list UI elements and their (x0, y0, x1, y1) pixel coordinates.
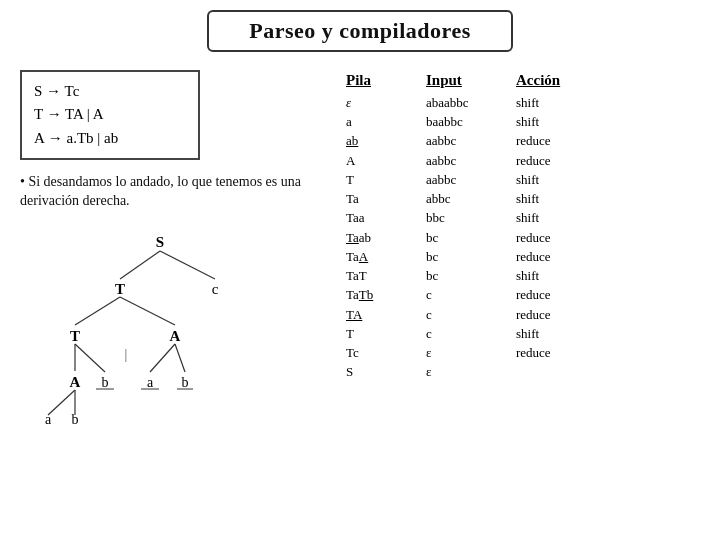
bullet-text: • Si desandamos lo andado, lo que tenemo… (20, 172, 330, 211)
cell: abbc (420, 189, 510, 208)
cell: T (340, 324, 420, 343)
cell: shift (510, 93, 600, 112)
col-accion: Acción shift shift reduce reduce shift s… (510, 70, 600, 530)
page-title: Parseo y compiladores (207, 10, 513, 52)
header-pila: Pila (340, 70, 420, 91)
cell: reduce (510, 131, 600, 150)
cell: shift (510, 112, 600, 131)
cell: bc (420, 266, 510, 285)
grammar-line-2: T → TA | A (34, 103, 186, 126)
svg-text:b: b (182, 375, 189, 390)
svg-line-5 (75, 297, 120, 325)
svg-text:|: | (125, 347, 128, 362)
cell: reduce (510, 247, 600, 266)
grammar-text-2: T → TA | A (34, 103, 104, 126)
grammar-box: S → Tc T → TA | A A → a.Tb | ab (20, 70, 200, 160)
cell: ε (340, 93, 420, 112)
svg-line-24 (75, 344, 105, 372)
svg-text:b: b (102, 375, 109, 390)
cell: reduce (510, 343, 600, 362)
cell: Taa (340, 208, 420, 227)
cell: Ta (340, 189, 420, 208)
cell: TA (340, 305, 420, 324)
cell: reduce (510, 285, 600, 304)
cell: TaT (340, 266, 420, 285)
cell: abaabbc (420, 93, 510, 112)
cell: T (340, 170, 420, 189)
grammar-line-1: S → Tc (34, 80, 186, 103)
cell: a (340, 112, 420, 131)
svg-line-15 (175, 344, 185, 372)
cell: ε (420, 343, 510, 362)
cell: bc (420, 228, 510, 247)
cell: c (420, 285, 510, 304)
cell: c (420, 324, 510, 343)
cell: c (420, 305, 510, 324)
cell: shift (510, 189, 600, 208)
left-panel: S → Tc T → TA | A A → a.Tb | ab • Si des… (20, 70, 330, 530)
header-accion: Acción (510, 70, 600, 91)
cell: S (340, 362, 420, 381)
cell: bbc (420, 208, 510, 227)
cell: reduce (510, 228, 600, 247)
cell: aabbc (420, 131, 510, 150)
cell: TaA (340, 247, 420, 266)
grammar-line-3: A → a.Tb | ab (34, 127, 186, 150)
header-input: Input (420, 70, 510, 91)
tree-svg: S T c T A | A (20, 229, 300, 424)
cell: Tc (340, 343, 420, 362)
cell: TaTb (340, 285, 420, 304)
page: Parseo y compiladores S → Tc T → TA | A … (0, 0, 720, 540)
grammar-text-3: A → a.Tb | ab (34, 127, 118, 150)
table-section: Pila ε a ab A T Ta Taa Taab TaA TaT TaTb… (340, 70, 700, 530)
svg-text:c: c (212, 281, 219, 297)
cell: bc (420, 247, 510, 266)
content-area: S → Tc T → TA | A A → a.Tb | ab • Si des… (20, 70, 700, 530)
svg-line-14 (150, 344, 175, 372)
right-panel: Pila ε a ab A T Ta Taa Taab TaA TaT TaTb… (340, 70, 700, 530)
cell: shift (510, 324, 600, 343)
cell: shift (510, 170, 600, 189)
cell: aabbc (420, 151, 510, 170)
svg-text:A: A (170, 328, 181, 344)
col-input: Input abaabbc baabbc aabbc aabbc aabbc a… (420, 70, 510, 530)
cell: ε (420, 362, 510, 381)
cell: A (340, 151, 420, 170)
cell: Taab (340, 228, 420, 247)
svg-text:T: T (115, 281, 125, 297)
col-pila: Pila ε a ab A T Ta Taa Taab TaA TaT TaTb… (340, 70, 420, 530)
svg-text:T: T (70, 328, 80, 344)
svg-text:b: b (72, 412, 79, 424)
cell: baabbc (420, 112, 510, 131)
svg-line-1 (120, 251, 160, 279)
grammar-text-1: S → Tc (34, 80, 79, 103)
cell: shift (510, 208, 600, 227)
cell: shift (510, 266, 600, 285)
parse-tree: S T c T A | A (20, 229, 300, 424)
cell: aabbc (420, 170, 510, 189)
svg-text:a: a (45, 412, 52, 424)
svg-text:a: a (147, 375, 154, 390)
cell: reduce (510, 305, 600, 324)
cell: reduce (510, 151, 600, 170)
cell: ab (340, 131, 420, 150)
svg-text:S: S (156, 234, 164, 250)
svg-line-6 (120, 297, 175, 325)
svg-line-2 (160, 251, 215, 279)
svg-text:A: A (70, 374, 81, 390)
